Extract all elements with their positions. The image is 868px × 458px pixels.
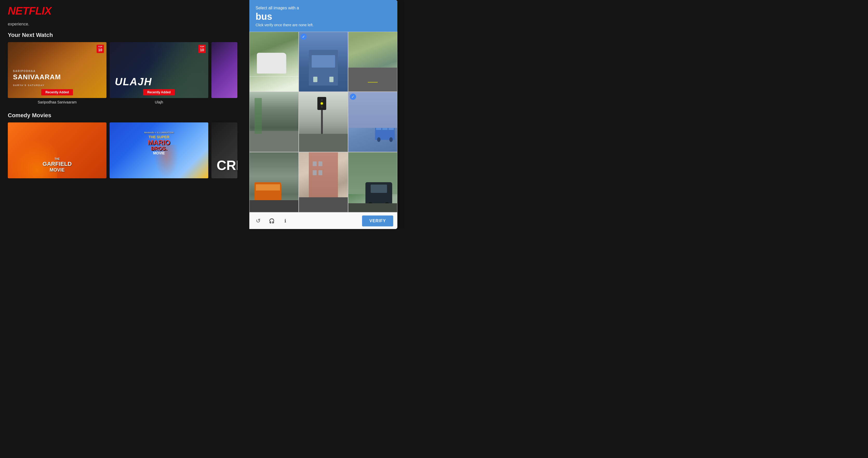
cre-overlay: CRE — [217, 158, 238, 173]
captcha-cell-7[interactable] — [299, 152, 348, 212]
captcha-cell-8[interactable] — [348, 152, 397, 212]
sani-subtitle: SARIPODHAA — [13, 70, 36, 73]
reload-button[interactable]: ↺ — [253, 216, 263, 226]
captcha-panel: Select all images with a bus Click verif… — [249, 0, 397, 229]
ulajh-title-overlay: ULAJH — [115, 76, 152, 88]
captcha-cell-3[interactable] — [249, 92, 299, 152]
headphones-icon: 🎧 — [269, 218, 275, 224]
captcha-cell-1[interactable]: ✓ — [299, 32, 348, 92]
suv-shape — [366, 182, 392, 206]
sanivaaram-title-overlay: SARIPODHAA SANIVAARAM SURYA'S SATURDAY — [13, 66, 61, 88]
sani-day: SURYA'S SATURDAY — [13, 84, 45, 87]
captcha-cell-0[interactable] — [249, 32, 299, 92]
section-next-watch: Your Next Watch SARIPODHAA SANIVAARAM SU… — [0, 27, 249, 107]
recently-added-badge-sanivaaram: Recently Added — [41, 89, 73, 95]
recently-added-badge-ulajh: Recently Added — [143, 89, 175, 95]
section-title-next-watch: Your Next Watch — [8, 32, 242, 38]
captcha-header: Select all images with a bus Click verif… — [249, 0, 397, 32]
section-comedy: Comedy Movies THE GARFIELD MOVIE — [0, 107, 249, 181]
captcha-grid: ✓ — [249, 32, 397, 212]
captcha-instruction: Select all images with a — [255, 6, 391, 10]
movie-card-ulajh[interactable]: ULAJH TOP 10 Recently Added Ulajh — [110, 42, 208, 104]
reload-icon: ↺ — [256, 218, 260, 224]
cre-text: CRE — [217, 158, 238, 173]
movie-card-third[interactable] — [211, 42, 238, 104]
captcha-cell-5[interactable]: ✓ — [348, 92, 397, 152]
movie-title-sanivaaram: Saripodhaa Sanivaaram — [8, 100, 106, 104]
top10-badge-sanivaaram: TOP 10 — [97, 45, 104, 53]
white-van-shape — [257, 53, 286, 74]
bus-front-shape — [309, 50, 338, 86]
movie-card-mario[interactable]: Nintendo + ILLUMINATION THE SUPER MARIO … — [110, 122, 208, 178]
captcha-cell-2[interactable] — [348, 32, 397, 92]
garfield-overlay: THE GARFIELD MOVIE — [42, 158, 72, 173]
movie-thumb-sanivaaram: SARIPODHAA SANIVAARAM SURYA'S SATURDAY T… — [8, 42, 106, 98]
movie-thumb-garfield: THE GARFIELD MOVIE — [8, 122, 106, 178]
movie-title-ulajh: Ulajh — [110, 100, 208, 104]
netflix-logo[interactable]: NETFLIX — [8, 5, 242, 17]
check-cell-1: ✓ — [301, 33, 307, 40]
top10-badge-ulajh: TOP 10 — [198, 45, 206, 53]
captcha-cell-6[interactable] — [249, 152, 299, 212]
movie-row-comedy: THE GARFIELD MOVIE Ninten — [8, 122, 242, 178]
movie-card-sanivaaram[interactable]: SARIPODHAA SANIVAARAM SURYA'S SATURDAY T… — [8, 42, 106, 104]
movie-bg-third — [211, 42, 238, 98]
captcha-click-text: Click verify once there are none left. — [255, 23, 391, 27]
info-button[interactable]: ℹ — [280, 216, 290, 226]
movie-thumb-third — [211, 42, 238, 98]
verify-button[interactable]: VERIFY — [362, 216, 393, 226]
info-icon: ℹ — [284, 218, 286, 224]
movie-thumb-mario: Nintendo + ILLUMINATION THE SUPER MARIO … — [110, 122, 208, 178]
movie-thumb-ulajh: ULAJH TOP 10 Recently Added — [110, 42, 208, 98]
captcha-word: bus — [255, 11, 391, 22]
mario-overlay: Nintendo + ILLUMINATION THE SUPER MARIO … — [144, 127, 174, 155]
netflix-panel: NETFLIX experience. Your Next Watch SARI… — [0, 0, 249, 229]
captcha-cell-4[interactable] — [299, 92, 348, 152]
netflix-header: NETFLIX — [0, 0, 249, 20]
captcha-footer: ↺ 🎧 ℹ VERIFY — [249, 212, 397, 229]
movie-row-next-watch: SARIPODHAA SANIVAARAM SURYA'S SATURDAY T… — [8, 42, 242, 104]
movie-card-cre[interactable]: CRE — [211, 122, 238, 178]
netflix-subtext: experience. — [0, 20, 249, 27]
garfield-text: THE GARFIELD MOVIE — [42, 158, 72, 173]
movie-card-garfield[interactable]: THE GARFIELD MOVIE — [8, 122, 106, 178]
ulajh-main: ULAJH — [115, 76, 152, 88]
audio-button[interactable]: 🎧 — [267, 216, 276, 226]
movie-bg-cre: CRE — [211, 122, 238, 178]
sani-main: SANIVAARAM — [13, 74, 61, 80]
movie-thumb-cre: CRE — [211, 122, 238, 178]
section-title-comedy: Comedy Movies — [8, 112, 242, 119]
movie-bg-garfield: THE GARFIELD MOVIE — [8, 122, 106, 178]
movie-bg-mario: Nintendo + ILLUMINATION THE SUPER MARIO … — [110, 122, 208, 178]
